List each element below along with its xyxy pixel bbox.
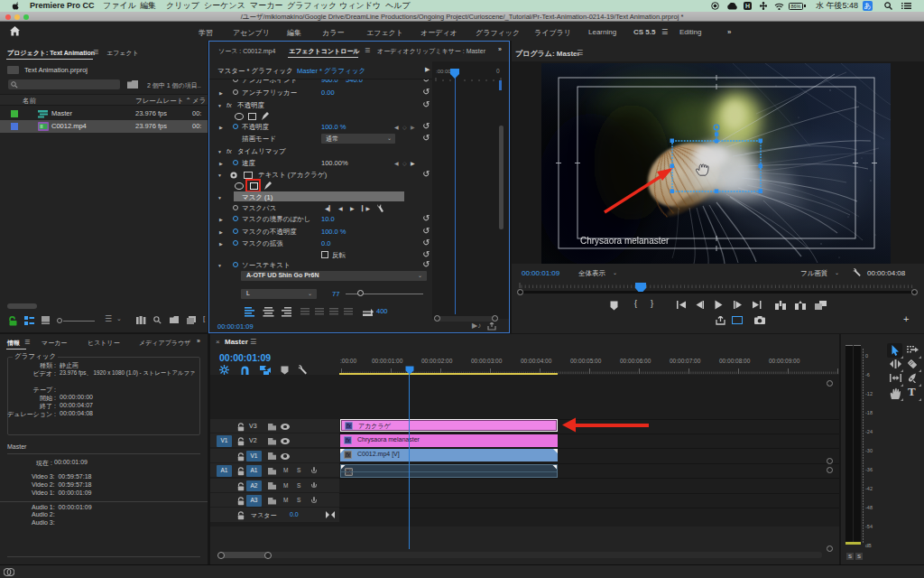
svg-text:Chrysaora melanaster: Chrysaora melanaster bbox=[580, 236, 670, 246]
